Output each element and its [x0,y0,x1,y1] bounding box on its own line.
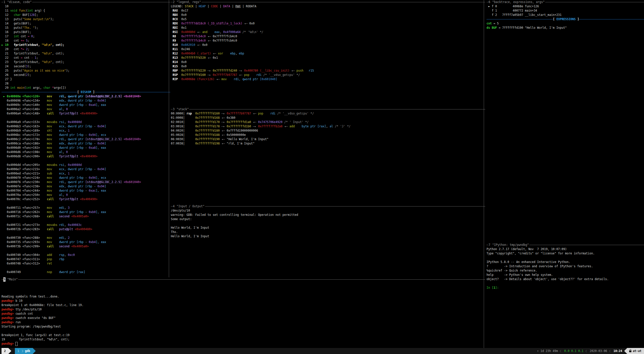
text-run: 0xb0 [89,210,96,214]
text-run: 0x4006ca <func+186> [2,142,47,145]
text-run: 02:0010│ [171,120,195,124]
text-run: tty /dev/pts/10 [15,308,42,311]
terminal-line: 23 fprintf(stdout, "%d\n", cnt); [2,60,170,64]
text-run: 0x400748 <func+312> [2,262,47,265]
text-run: RWX [235,5,241,8]
text-run [52,253,59,257]
text-run [57,163,59,167]
pane-number: 7 [488,243,491,247]
pane-stack[interactable]: 3 "stack"00:0000│ rsp 0x7fffffffd160 —▸ … [169,107,485,204]
pane-title: "Input / Output" [175,204,205,209]
text-run [73,227,75,231]
pane-title: "backtrace, expressions, args" [491,0,545,4]
text-run: ◂— [251,112,258,115]
terminal-line: Starting program: /tmp/pwndbg/test [2,324,485,329]
terminal-line: 16 puts(BUF); [2,30,170,34]
terminal-line [2,329,485,333]
terminal-line: /dev/pts/10 [171,209,485,213]
text-run: Starting program: /tmp/pwndbg/test [2,325,61,328]
text-run: 27 } [2,77,12,81]
window-tab-gdb[interactable]: 1 gdb [15,348,33,354]
pane-legend-regs[interactable]: 2 "legend, regs"LEGEND: STACK | HEAP | C… [169,0,485,107]
text-run: mov [221,77,227,81]
text-run: ecx [59,172,65,175]
text-run: , [64,223,68,227]
text-run [54,112,59,115]
terminal-cursor[interactable] [15,342,18,346]
terminal-line: pwndbg> b 19 [2,299,485,303]
text-run: al [59,150,63,154]
pane-code-disasm[interactable]: 1 "disasm, code" 10 11 void func(int arg… [0,0,170,277]
terminal-line: 19 fprintf(stdout, "%d\n", cnt); [2,337,485,342]
pane-divider[interactable] [484,0,484,348]
terminal-line [487,281,644,286]
text-run: qword ptr [68,95,85,98]
text-run: RCX [171,17,181,21]
terminal-line: 18 cnt += 5; [2,39,170,43]
text-run: —▸ [206,73,213,77]
text-run: 3 [26,65,28,68]
text-run [24,47,26,51]
text-run: ecx, dword ptr [rbp [59,125,92,128]
text-run: argv[]) [54,86,66,90]
pane-main-gdb[interactable]: 5 "Main"Reading symbols from test...done… [0,277,485,348]
text-run: 0x400747 <func+311> [2,257,47,261]
text-run: R14 [171,60,181,64]
text-run: ecx [59,129,65,132]
pane-backtrace-expressions[interactable]: 6 "backtrace, expressions, args" ► f 0 4… [485,0,644,243]
text-run [52,95,59,98]
text-run: 22 [2,56,14,60]
terminal-line: 13 puts("Some output:\n"); [2,17,170,21]
text-run: RSI [171,30,181,34]
text-run: puts( [14,69,22,72]
text-run: 0xffffd19000000006 [227,129,258,132]
pane-ipython[interactable]: 7 "IPython: tmp/pwndbg"Python 2.7.17 (de… [485,243,644,348]
text-run: /* ' Input' */ [282,120,309,124]
text-run: , [64,206,68,210]
text-run: f 1 400772 main+34 [487,9,537,12]
text-run: LEGEND: [171,5,185,8]
terminal-line: cnt = 5 [487,21,644,26]
text-run: 0x94 [89,176,96,180]
text-run: 0x7fffffffd220 [181,69,206,72]
text-run: ◂— [211,52,218,55]
terminal-line: 15 puts("Thx. "); [2,26,170,30]
text-run: ds BUF [487,26,497,30]
text-run: RSP [171,73,181,77]
text-run: ( [24,86,26,90]
pane-input-output[interactable]: 4 "Input / Output"/dev/pts/10warning: GD… [169,204,485,277]
text-run: mov [47,133,52,137]
text-run [54,215,59,218]
text-run: ◂— [195,43,202,47]
text-run: ) { [40,9,45,12]
session-indicator[interactable]: 2 [2,348,8,354]
terminal-line: 21 fprintf(stdout, "%d\n", cnt); [2,51,170,56]
pane-divider[interactable] [169,0,169,277]
text-run: "Some output:\n" [22,17,50,21]
text-run: "rld, I'm Input" [227,142,255,145]
text-run: b 19 [15,299,22,303]
text-run [78,112,80,115]
text-run: dword ptr [rax] [59,270,85,274]
text-run: 0x4006c2 <func+178> [2,137,47,141]
terminal-line: 0x400704 <func+244> mov dword ptr [rbp -… [2,189,170,193]
text-run: ◂— [282,125,289,128]
text-run: pwndbg> [2,308,15,311]
text-run: | [241,5,246,8]
text-run: , [64,95,68,98]
text-run: puts( [14,17,22,21]
text-run: Type "copyright", "credits" or "license"… [487,252,595,255]
text-run: 0x7fffffffd180 [195,129,220,132]
text-run: ► [2,95,7,98]
text-run [295,125,302,128]
text-run: —▸ [220,125,227,128]
text-run: , [220,30,223,34]
text-run [40,95,47,98]
text-run: edx, dword ptr [rbp [59,99,92,102]
text-run: 0xc0 [68,253,75,257]
terminal-line: Hello World, I'm Input [171,234,485,239]
text-run: , [64,163,68,167]
text-run: 0x40073b <func+299> [2,245,47,248]
terminal-line: 0x4006b9 <func+169> shl ecx, 1 [2,129,170,133]
text-run: 0x602010 [181,43,195,47]
